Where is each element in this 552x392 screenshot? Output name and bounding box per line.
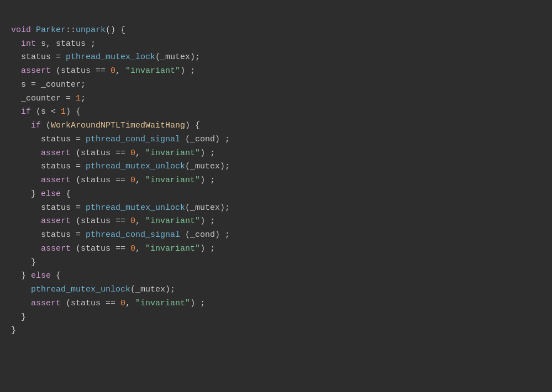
keyword-assert-3: assert [41, 176, 71, 185]
string-invariant-1: "invariant" [125, 66, 180, 76]
keyword-assert-4: assert [41, 216, 71, 226]
code-block: void Parker::unpark() { int s, status ; … [11, 10, 541, 352]
func-mutex-unlock-1: pthread_mutex_unlock [86, 162, 185, 171]
func-cond-signal-2: pthread_cond_signal [86, 230, 180, 240]
func-mutex-unlock-3: pthread_mutex_unlock [31, 285, 130, 294]
keyword-else-2: else [31, 271, 51, 280]
func-mutex-unlock-2: pthread_mutex_unlock [86, 203, 185, 213]
string-invariant-4: "invariant" [145, 216, 200, 226]
number-1-2: 1 [61, 107, 66, 116]
function-name: unpark [76, 25, 106, 35]
keyword-if-2: if [31, 121, 41, 130]
keyword-assert-2: assert [41, 149, 71, 158]
string-invariant-5: "invariant" [145, 244, 200, 253]
keyword-int: int [21, 39, 36, 49]
func-cond-signal-1: pthread_cond_signal [86, 135, 180, 144]
string-invariant-3: "invariant" [145, 176, 200, 185]
keyword-if-1: if [21, 107, 31, 116]
string-invariant-6: "invariant" [135, 299, 190, 308]
class-name: Parker [36, 25, 66, 35]
number-0-2: 0 [130, 149, 135, 158]
number-0-6: 0 [120, 299, 125, 308]
workaround-flag: WorkAroundNPTLTimedWaitHang [51, 121, 185, 130]
keyword-assert-6: assert [31, 299, 61, 308]
number-1: 1 [76, 94, 81, 103]
number-0-1: 0 [111, 66, 115, 76]
number-0-3: 0 [130, 176, 135, 185]
func-mutex-lock: pthread_mutex_lock [66, 52, 155, 62]
string-invariant-2: "invariant" [145, 149, 200, 158]
number-0-5: 0 [130, 244, 135, 253]
keyword-else-1: else [41, 189, 61, 199]
code-container: void Parker::unpark() { int s, status ; … [0, 0, 552, 392]
number-0-4: 0 [130, 216, 135, 226]
keyword-void: void [11, 25, 31, 35]
keyword-assert-5: assert [41, 244, 71, 253]
keyword-assert-1: assert [21, 66, 51, 76]
